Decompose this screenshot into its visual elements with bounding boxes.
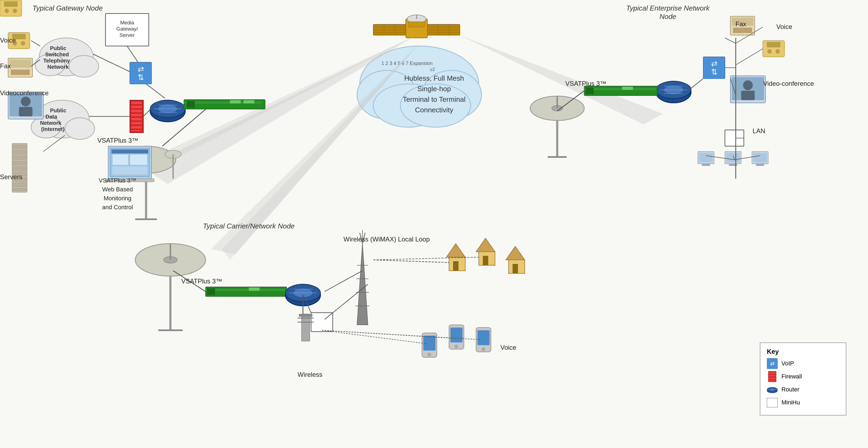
vsatplus-right-label: VSATPlus 3™ [565, 80, 607, 87]
svg-text:⇄: ⇄ [711, 60, 717, 68]
vsatplus-left-label: VSATPlus 3™ [97, 137, 138, 144]
svg-point-44 [65, 118, 95, 140]
svg-text:1   2   3   4   5   6   7   Ex: 1 2 3 4 5 6 7 Expansion [381, 61, 433, 66]
key-voip-icon: ⇄ [767, 358, 778, 369]
svg-rect-101 [13, 161, 26, 165]
svg-rect-234 [769, 378, 776, 379]
svg-rect-58 [131, 106, 142, 108]
svg-rect-63 [131, 126, 142, 128]
svg-rect-61 [131, 118, 142, 120]
svg-text:Data: Data [45, 114, 57, 120]
videoconference-label: Videoconference [0, 89, 49, 97]
key-minihu-label: MiniHu [781, 399, 800, 406]
svg-text:⇄: ⇄ [770, 361, 775, 366]
key-firewall-label: Firewall [781, 373, 802, 380]
vsatplus-monitoring-label: VSATPlus 3™Web BasedMonitoringand Contro… [99, 176, 136, 212]
svg-rect-105 [13, 183, 26, 187]
key-minihu-icon [767, 397, 778, 408]
svg-rect-34 [11, 69, 30, 75]
svg-point-128 [767, 49, 772, 54]
svg-rect-102 [13, 167, 26, 171]
svg-rect-240 [767, 398, 778, 408]
svg-text:Gateway/: Gateway/ [116, 26, 138, 32]
svg-rect-151 [741, 91, 755, 100]
svg-rect-127 [767, 42, 780, 48]
svg-text:Network: Network [40, 120, 62, 126]
key-row-router: Router [767, 384, 839, 395]
svg-rect-99 [13, 150, 26, 154]
svg-rect-62 [131, 122, 142, 124]
svg-rect-160 [753, 153, 767, 162]
svg-rect-140 [622, 87, 633, 90]
svg-point-150 [743, 80, 753, 90]
voice-bottom-label: Voice [500, 344, 516, 351]
svg-rect-59 [131, 110, 142, 112]
svg-rect-111 [112, 154, 128, 165]
svg-rect-123 [4, 1, 18, 7]
svg-line-224 [322, 330, 427, 344]
svg-line-165 [736, 49, 763, 65]
svg-point-124 [5, 9, 9, 13]
svg-rect-180 [207, 288, 215, 295]
enterprise-node-title: Typical Enterprise NetworkNode [614, 4, 722, 21]
wireless-wimax-label: Wireless (WiMAX) Local Loop [343, 236, 430, 243]
key-row-firewall: Firewall [767, 371, 839, 382]
cloud-text: Hubless, Full MeshSingle-hopTerminal to … [388, 73, 480, 115]
svg-marker-197 [446, 244, 465, 257]
voice-label-right: Voice [776, 23, 792, 31]
svg-rect-205 [513, 264, 518, 273]
key-voip-label: VoIP [781, 360, 794, 367]
svg-line-84 [31, 40, 40, 46]
videoconference-label-right: Video-conference [763, 80, 814, 87]
svg-text:⇄: ⇄ [138, 65, 144, 73]
svg-rect-121 [733, 28, 752, 33]
svg-marker-200 [476, 238, 495, 252]
svg-line-88 [146, 84, 165, 98]
svg-rect-64 [131, 130, 142, 131]
svg-rect-113 [112, 167, 147, 175]
svg-line-147 [690, 79, 703, 89]
svg-rect-157 [726, 153, 740, 162]
svg-rect-112 [130, 154, 147, 165]
key-row-voip: ⇄ VoIP [767, 358, 839, 369]
svg-point-125 [13, 9, 17, 13]
svg-marker-203 [506, 246, 525, 260]
svg-rect-96 [19, 107, 32, 116]
svg-point-219 [427, 353, 431, 357]
lan-label: LAN [752, 127, 765, 135]
svg-rect-155 [702, 164, 710, 166]
svg-line-87 [127, 46, 138, 62]
svg-text:Media: Media [120, 20, 134, 25]
svg-rect-178 [206, 287, 287, 296]
key-router-label: Router [781, 386, 799, 393]
svg-rect-15 [408, 22, 425, 27]
svg-rect-106 [13, 188, 26, 191]
svg-text:≥2: ≥2 [430, 67, 435, 72]
svg-rect-179 [206, 289, 285, 291]
svg-rect-202 [483, 256, 488, 265]
main-svg: 1 2 3 4 5 6 7 Expansion ≥2 [0, 0, 868, 448]
svg-text:⇅: ⇅ [711, 68, 717, 76]
svg-rect-221 [299, 314, 312, 317]
svg-line-206 [373, 260, 449, 263]
svg-rect-33 [9, 60, 31, 68]
key-box: Key ⇄ VoIP Firewall [760, 342, 846, 416]
diagram-container: 1 2 3 4 5 6 7 Expansion ≥2 [0, 0, 868, 448]
vsatplus-bottom-label: VSATPlus 3™ [181, 277, 222, 285]
svg-rect-110 [112, 149, 148, 153]
svg-rect-98 [13, 145, 26, 149]
svg-rect-138 [584, 88, 656, 90]
svg-text:(Internet): (Internet) [41, 126, 65, 132]
servers-label: Servers [0, 173, 23, 181]
svg-rect-100 [13, 156, 26, 160]
svg-rect-232 [769, 372, 776, 374]
wireless-label: Wireless [298, 371, 322, 379]
svg-rect-137 [584, 86, 657, 95]
svg-rect-154 [699, 153, 713, 162]
svg-rect-76 [243, 100, 254, 103]
svg-point-213 [455, 345, 458, 348]
svg-point-95 [21, 97, 31, 107]
svg-rect-233 [769, 375, 776, 377]
carrier-node-title: Typical Carrier/Network Node [203, 222, 294, 230]
svg-rect-75 [230, 100, 241, 103]
